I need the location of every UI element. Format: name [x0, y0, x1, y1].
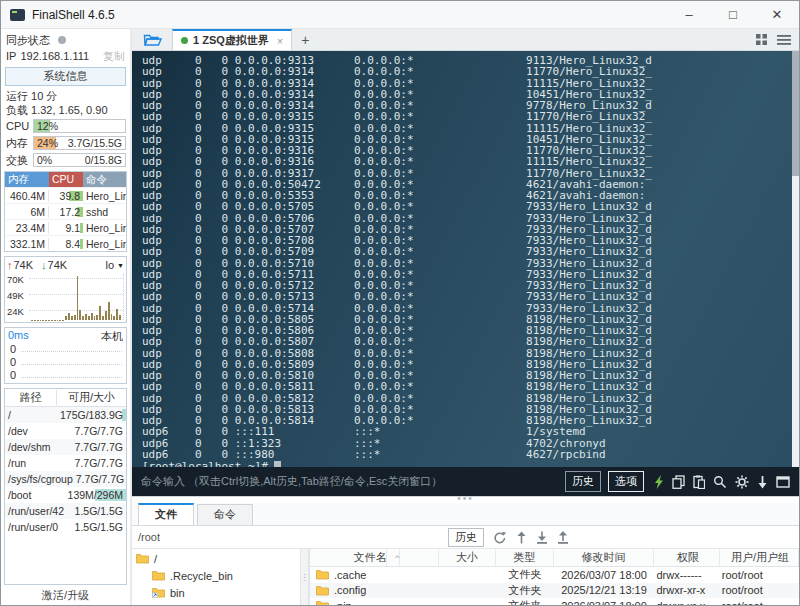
lightning-icon[interactable] [654, 475, 664, 489]
session-status-dot [181, 37, 188, 44]
open-connection-button[interactable] [132, 29, 172, 50]
command-bar: 命令输入 （双击Ctrl切换,Alt历史,Tab路径/命令,Esc关闭窗口） 历… [132, 467, 799, 496]
file-table: 文件名^ 大小 类型 修改时间 权限 用户/用户组 .cache文件夹2026/… [309, 549, 799, 605]
process-header-command[interactable]: 命令 [83, 172, 126, 187]
path-history-button[interactable]: 历史 [448, 528, 484, 547]
copy-icon[interactable] [672, 475, 685, 489]
folder-icon [316, 600, 329, 605]
ip-value: 192.168.1.111 [20, 50, 89, 62]
network-graph: 70K 49K 24K [7, 274, 124, 320]
disk-row[interactable]: /run/user/421.5G/1.5G [5, 503, 126, 519]
disk-table: 路径 可用/大小 /175G/183.9G/dev7.7G/7.7G/dev/s… [4, 388, 127, 585]
app-icon [10, 9, 25, 21]
copy-ip-button[interactable]: 复制 [103, 49, 127, 64]
cpu-meter: CPU 12% [5, 118, 126, 134]
upload-rate: 74K [14, 259, 34, 271]
folder-icon [316, 569, 329, 580]
process-header-memory[interactable]: 内存 [5, 172, 49, 187]
process-header-cpu[interactable]: CPU [49, 172, 83, 187]
history-button[interactable]: 历史 [565, 471, 601, 492]
command-input[interactable]: 命令输入 （双击Ctrl切换,Alt历史,Tab路径/命令,Esc关闭窗口） [141, 474, 558, 489]
process-row[interactable]: 23.4M9.1Hero_Linu... [5, 219, 126, 235]
file-header-type[interactable]: 类型 [496, 549, 553, 566]
terminal-cursor [274, 461, 281, 467]
graph-ylabel: 70K [7, 274, 24, 285]
download-icon[interactable] [536, 531, 548, 544]
disk-row[interactable]: /run7.7G/7.7G [5, 455, 126, 471]
file-header-owner[interactable]: 用户/用户组 [720, 549, 799, 566]
tree-scrollbar[interactable]: ⋮ [300, 549, 309, 605]
swap-percent: 0% [37, 154, 52, 166]
disk-row[interactable]: /boot139M/296M [5, 487, 126, 503]
tree-item-bin[interactable]: bin [132, 584, 300, 601]
activate-upgrade-link[interactable]: 激活/升级 [4, 585, 127, 605]
parent-directory-icon[interactable] [516, 531, 527, 544]
system-info-button[interactable]: 系统信息 [5, 67, 126, 86]
tab-label: 1 ZSQ虚拟世界 [193, 33, 269, 48]
terminal[interactable]: udp 0 0 0.0.0.0:9313 0.0.0.0:* 9113/Hero… [132, 51, 799, 467]
disk-row[interactable]: /run/user/01.5G/1.5G [5, 519, 126, 535]
file-header-perm[interactable]: 权限 [654, 549, 719, 566]
tab-commands[interactable]: 命令 [197, 504, 253, 525]
file-header-size[interactable]: 大小 [439, 549, 496, 566]
memory-detail: 3.7G/15.5G [68, 137, 122, 149]
memory-meter: 内存 24% 3.7G/15.5G [5, 135, 126, 151]
tab-close-icon[interactable]: × [277, 35, 283, 47]
new-tab-button[interactable]: + [292, 29, 318, 50]
folder-icon [152, 604, 165, 605]
file-row[interactable]: .config文件夹2025/12/21 13:19drwxr-xr-xroot… [310, 583, 799, 599]
tab-bar: 1 ZSQ虚拟世界 × + [132, 29, 799, 51]
disk-row[interactable]: /sys/fs/cgroup7.7G/7.7G [5, 471, 126, 487]
file-row[interactable]: .cache文件夹2026/03/07 18:00drwx------root/… [310, 567, 799, 583]
options-button[interactable]: 选项 [608, 471, 644, 492]
process-row[interactable]: 460.4M39.8Hero_Linu... [5, 187, 126, 203]
sync-status-dot [58, 36, 66, 44]
window-title: FinalShell 4.6.5 [32, 8, 115, 22]
close-button[interactable]: ✕ [755, 1, 799, 28]
ping-row: 0 [8, 342, 123, 355]
folder-icon [152, 570, 165, 581]
menu-icon[interactable] [777, 34, 791, 46]
disk-header-size[interactable]: 可用/大小 [57, 390, 126, 405]
tree-item-root[interactable]: / [132, 550, 300, 567]
tab-session[interactable]: 1 ZSQ虚拟世界 × [172, 29, 292, 50]
layout-grid-icon[interactable] [755, 33, 768, 46]
terminal-scrollbar[interactable] [792, 51, 799, 467]
graph-ylabel: 49K [7, 290, 24, 301]
search-icon[interactable] [713, 475, 727, 489]
sync-status-label: 同步状态 [6, 33, 50, 48]
download-arrow-icon: ↓ [41, 259, 47, 271]
upload-icon[interactable] [557, 531, 569, 544]
folder-icon [136, 553, 149, 564]
uptime-label: 运行 10 分 [4, 89, 127, 103]
folder-icon [152, 587, 165, 598]
arrow-down-icon[interactable] [757, 475, 768, 489]
disk-row[interactable]: /dev7.7G/7.7G [5, 423, 126, 439]
minimize-button[interactable]: – [667, 1, 711, 28]
process-row[interactable]: 6M17.2sshd [5, 203, 126, 219]
paste-icon[interactable] [693, 475, 705, 489]
sort-ascending-icon: ^ [395, 549, 400, 566]
file-header-name[interactable]: 文件名^ [310, 549, 439, 566]
ping-panel: 0ms 本机 000 [4, 327, 127, 384]
tree-item-recycle_bin[interactable]: .Recycle_bin [132, 567, 300, 584]
disk-row[interactable]: /dev/shm7.7G/7.7G [5, 439, 126, 455]
maximize-button[interactable]: □ [711, 1, 755, 28]
chevron-down-icon: ▼ [117, 262, 124, 269]
refresh-icon[interactable] [493, 531, 507, 544]
disk-header-path[interactable]: 路径 [5, 390, 57, 405]
gear-icon[interactable] [735, 475, 749, 489]
process-table: 内存 CPU 命令 460.4M39.8Hero_Linu...6M17.2ss… [4, 171, 127, 252]
ping-host-label: 本机 [101, 329, 123, 342]
interface-selector[interactable]: lo▼ [106, 259, 125, 271]
process-row[interactable]: 332.1M8.4Hero_Linu... [5, 235, 126, 251]
file-row[interactable]: .pip文件夹2026/03/07 18:00drwxr-xr-xroot/ro… [310, 598, 799, 605]
download-rate: 74K [48, 259, 68, 271]
file-header-mtime[interactable]: 修改时间 [554, 549, 655, 566]
window-icon[interactable] [776, 476, 790, 488]
disk-row[interactable]: /175G/183.9G [5, 407, 126, 423]
tab-files[interactable]: 文件 [138, 503, 194, 525]
path-input[interactable]: /root [138, 531, 448, 543]
tree-item-boot[interactable]: boot [132, 601, 300, 605]
memory-percent: 24% [37, 137, 58, 149]
